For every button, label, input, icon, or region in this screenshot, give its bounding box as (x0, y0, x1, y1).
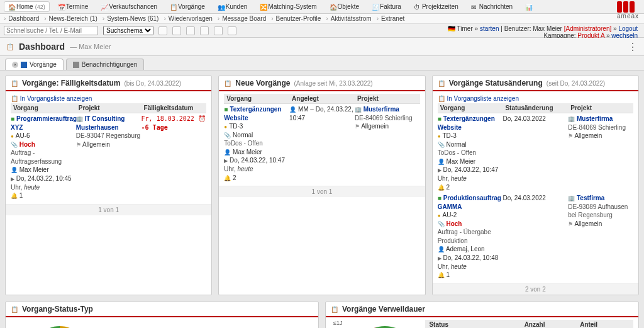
due-date: Fr, 18.03.2022 (142, 115, 194, 122)
card-faelligkeit: 📋Vorgänge: Fälligkeitsdatum(bis Do, 24.0… (5, 76, 212, 295)
sales-icon: 📈 (101, 4, 107, 10)
user-role: [Administratoren] (564, 25, 612, 32)
customer-icon: 👥 (218, 4, 224, 10)
subnav-newsbereich[interactable]: News-Bereich (1) (44, 15, 97, 22)
vorgang-user: Max Meier (233, 149, 262, 156)
vorgang-link[interactable]: Textergänzungen Website (438, 115, 495, 131)
time-suffix: heute (24, 184, 40, 191)
th-anzahl: Anzahl (521, 320, 577, 328)
subnav-systemnews[interactable]: System-News (61) (103, 15, 159, 22)
tab-vorgaenge[interactable]: × Vorgänge (5, 59, 64, 70)
home-icon: 🏠 (8, 4, 14, 10)
card-footer-count: 2 von 2 (433, 283, 638, 295)
brand-logo: ameax (617, 1, 639, 20)
mail-icon: ✉ (471, 4, 477, 10)
projekt-link[interactable]: Musterfirma (577, 115, 613, 122)
nav-termine[interactable]: 📅Termine (53, 1, 93, 12)
tab-benachrichtigungen[interactable]: Benachrichtigungen (66, 59, 144, 70)
nav-kunden[interactable]: 👥Kunden (213, 1, 252, 12)
nav-reports[interactable]: 📊 (521, 2, 536, 12)
toolbar: Suchschema 🇩🇪 Timer » starten | Benutzer… (0, 24, 644, 38)
card-statusaenderung: 📋Vorgänge Statusänderung(seit Do, 24.03.… (432, 76, 639, 295)
card-status-typ: 📋Vorgang-Status-Typ 2 1 #StatusAnzahlAnt… (5, 302, 319, 328)
subnav-extranet[interactable]: Extranet (377, 15, 405, 22)
nav-nachrichten[interactable]: ✉Nachrichten (467, 1, 517, 12)
projekt-link[interactable]: Musterfirma (364, 106, 399, 113)
nav-objekte[interactable]: 🏠Objekte (325, 1, 364, 12)
square-grey-icon (73, 62, 79, 68)
more-menu-icon[interactable]: ⋮ (628, 41, 638, 53)
vorgang-type: Auftrag - Auftragserfassung (11, 149, 76, 166)
vorgang-link[interactable]: Textergänzungen Website (224, 106, 281, 122)
matching-icon: 🔀 (260, 4, 266, 10)
col-vorgang: Vorgang (438, 103, 503, 113)
card-verweildauer: 📋Vorgänge Verweildauer ≤1J≤1M≤2W≤2T≤1S S… (325, 302, 639, 328)
user-name: Max Meier (533, 25, 562, 32)
schema-select[interactable]: Suchschema (103, 26, 153, 35)
tab-label: Vorgänge (30, 61, 57, 68)
card-footer-count: 1 von 1 (219, 186, 425, 197)
col-vorgang: Vorgang (224, 94, 289, 103)
th-anteil: Anteil (576, 320, 633, 328)
projekt-link[interactable]: Testfirma (577, 195, 604, 201)
time-icon: ⏱ (414, 4, 420, 10)
nav-matching[interactable]: 🔀Matching-System (255, 1, 321, 12)
show-in-list-link[interactable]: In Vorgangsliste anzeigen (20, 95, 92, 102)
card-title: Vorgänge Verweildauer (342, 305, 425, 314)
subnav-aktivitaetsstrom[interactable]: Aktivitätsstrom (326, 15, 371, 22)
subnav-benutzerprofile[interactable]: Benutzer-Profile (271, 15, 321, 22)
logout-link[interactable]: Logout (618, 25, 638, 32)
nav-verkaufschancen[interactable]: 📈Verkaufschancen (96, 1, 162, 12)
nav-home[interactable]: 🏠Home (42) (4, 1, 50, 12)
vorgang-time: Do, 24.03.22, 10:47 Uhr, (224, 157, 285, 172)
card-icon: 📋 (11, 80, 18, 87)
vorgang-link[interactable]: Produktionsauftrag GAMMA (438, 195, 501, 210)
toolbar-action-1-icon[interactable] (158, 26, 167, 35)
nav-projektzeiten[interactable]: ⏱Projektzeiten (409, 1, 463, 12)
timer-label: Timer (457, 25, 473, 32)
subnav-messageboard[interactable]: Message Board (218, 15, 266, 22)
vorgang-id: AU-6 (16, 132, 30, 139)
th-status: Status (425, 320, 520, 328)
vorgang-prio: Normal (233, 132, 253, 139)
show-in-list-link[interactable]: In Vorgangsliste anzeigen (447, 95, 519, 102)
chart-icon: 📊 (525, 4, 531, 10)
toolbar-action-5-icon[interactable] (214, 26, 223, 35)
sub-nav: Dashboard News-Bereich (1) System-News (… (0, 14, 644, 24)
page-header: 📋 Dashboard — Max Meier ⋮ (0, 38, 644, 56)
col-vorgang: Vorgang (11, 103, 76, 113)
tab-label: Benachrichtigungen (82, 61, 137, 68)
dashboard-icon: 📋 (6, 43, 14, 50)
due-late: -6 Tage (142, 124, 168, 131)
toolbar-action-6-icon[interactable] (228, 26, 236, 35)
toolbar-action-2-icon[interactable] (172, 26, 181, 35)
subnav-dashboard[interactable]: Dashboard (4, 15, 39, 22)
card-icon: 📋 (224, 80, 231, 87)
card-title: Vorgänge Statusänderung (449, 79, 543, 88)
card-meta: (bis Do, 24.03.2022) (124, 80, 181, 87)
card-title: Vorgänge: Fälligkeitsdatum (22, 79, 120, 88)
card-icon: 📋 (331, 306, 338, 313)
col-projekt: Projekt (355, 94, 420, 103)
tab-close-icon[interactable]: × (12, 62, 18, 68)
card-icon: 📋 (438, 80, 445, 87)
calendar-icon: 📅 (58, 4, 64, 10)
vorgang-link[interactable]: Programmierauftrag XYZ (11, 115, 77, 131)
nav-faktura[interactable]: 🧾Faktura (367, 1, 406, 12)
timer-start-link[interactable]: starten (480, 25, 499, 32)
col-faellig: Fälligkeitsdatum (142, 103, 207, 113)
quick-search-input[interactable] (4, 26, 98, 35)
card-icon: 📋 (11, 306, 18, 313)
projekt-addr: DE-84069 Schierling (355, 114, 420, 123)
time-suffix: heute (237, 166, 253, 172)
toolbar-action-3-icon[interactable] (186, 26, 195, 35)
card-footer-count: 1 von 1 (6, 204, 211, 215)
nav-vorgaenge[interactable]: 📋Vorgänge (165, 1, 209, 12)
subnav-wiedervorlagen[interactable]: Wiedervorlagen (164, 15, 212, 22)
toolbar-action-4-icon[interactable] (200, 26, 209, 35)
user-label: Benutzer: (504, 25, 531, 32)
col-angelegt: Angelegt (289, 94, 355, 103)
tab-bar: × Vorgänge Benachrichtigungen (0, 56, 644, 71)
vorgang-time: Do, 24.03.22, 10:45 Uhr, (11, 175, 72, 191)
projekt-link[interactable]: IT Consulting Musterhausen (76, 115, 125, 131)
